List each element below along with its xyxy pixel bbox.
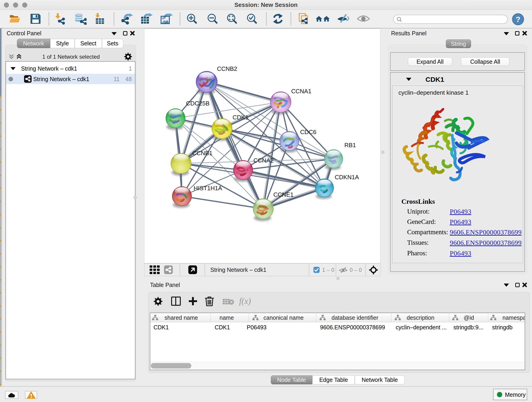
svg-text:CCNB1: CCNB1 — [192, 150, 212, 157]
svg-text:HIST1H1A: HIST1H1A — [194, 185, 222, 191]
svg-text:CDC25B: CDC25B — [186, 100, 210, 107]
svg-text:CCNA2: CCNA2 — [253, 157, 273, 164]
svg-text:RB1: RB1 — [344, 142, 356, 148]
svg-text:CCNB2: CCNB2 — [217, 65, 237, 72]
svg-text:CCNE1: CCNE1 — [273, 191, 293, 198]
svg-text:CDKN1A: CDKN1A — [335, 174, 359, 181]
svg-text:CCNA1: CCNA1 — [291, 88, 311, 95]
svg-text:CDK1: CDK1 — [233, 114, 248, 121]
svg-text:CDC6: CDC6 — [300, 128, 317, 135]
